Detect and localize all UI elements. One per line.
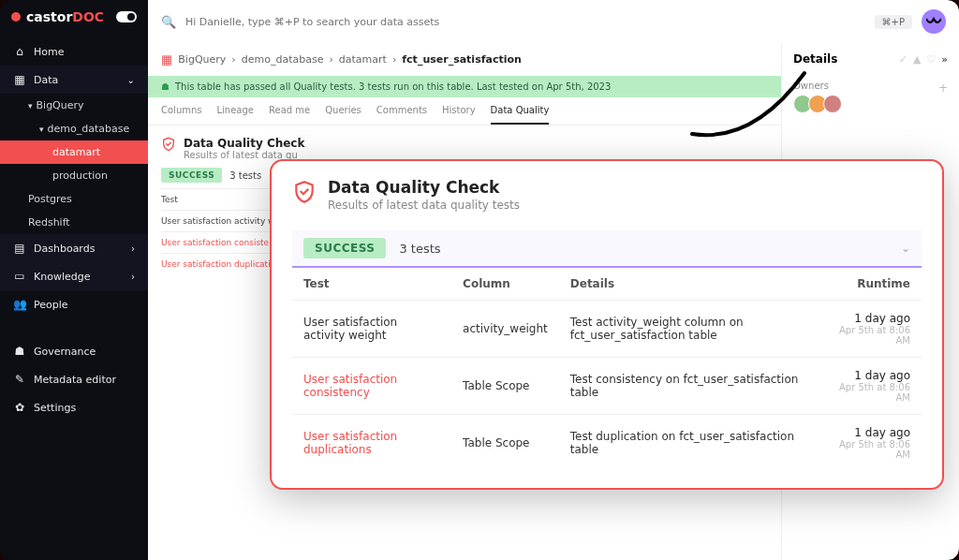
expand-icon[interactable]: » [941, 53, 948, 66]
shield-icon: ☗ [13, 345, 26, 358]
sidebar: castorDOC ⌂Home ▦Data⌄ ▾BigQuery ▾demo_d… [0, 0, 148, 560]
bc-current: fct_user_satisfaction [402, 53, 522, 66]
test-runtime: 1 day agoApr 5th at 8:06 AM [824, 301, 922, 358]
quality-banner: ☗ This table has passed all Quality test… [148, 76, 781, 97]
logo-dot [11, 12, 21, 22]
heart-icon[interactable]: ♡ [926, 53, 936, 66]
success-badge: SUCCESS [303, 238, 386, 258]
check-shield-icon: ☗ [161, 81, 170, 92]
logo-text: castorDOC [26, 9, 104, 24]
test-column: activity_weight [451, 301, 559, 358]
chevron-down-icon: ⌄ [127, 75, 135, 85]
add-owner-button[interactable]: + [938, 81, 948, 95]
overlay-status-bar[interactable]: SUCCESS 3 tests ⌄ [292, 230, 922, 268]
tree-bigquery[interactable]: ▾BigQuery [0, 94, 148, 117]
col-runtime: Runtime [824, 268, 922, 301]
chevron-down-icon: ⌄ [901, 242, 910, 255]
tree-postgres[interactable]: Postgres [0, 187, 148, 211]
grid-icon: ▦ [13, 73, 26, 86]
tab-queries[interactable]: Queries [325, 97, 361, 125]
tab-comments[interactable]: Comments [376, 97, 427, 125]
quality-table: Test Column Details Runtime User satisfa… [292, 268, 922, 471]
tab-columns[interactable]: Columns [161, 97, 202, 125]
test-name: User satisfaction activity weight [292, 301, 451, 358]
caret-icon: ▾ [28, 101, 33, 111]
tab-history[interactable]: History [442, 97, 476, 125]
tab-data-quality[interactable]: Data Quality [491, 97, 550, 125]
test-name: User satisfaction duplications [292, 415, 451, 472]
overlay-title: Data Quality Check [328, 178, 520, 197]
tree-datamart[interactable]: datamart [0, 140, 148, 164]
tab-readme[interactable]: Read me [269, 97, 310, 125]
overlay-subtitle: Results of latest data quality tests [328, 199, 520, 212]
test-details: Test activity_weight column on fct_user_… [559, 301, 824, 358]
nav-dashboards[interactable]: ▤Dashboards› [0, 234, 148, 262]
bc-item[interactable]: datamart [339, 53, 387, 66]
theme-toggle[interactable] [116, 11, 137, 22]
edit-icon: ✎ [13, 373, 26, 386]
shield-icon [161, 137, 176, 152]
caret-icon: ▾ [39, 125, 44, 134]
test-details: Test consistency on fct_user_satisfactio… [559, 358, 824, 415]
tree-production[interactable]: production [0, 164, 148, 187]
verified-icon[interactable]: ✓ [899, 53, 907, 66]
overlay-test-count: 3 tests [399, 242, 440, 256]
bc-item[interactable]: BigQuery [178, 53, 226, 66]
gear-icon: ✿ [13, 401, 26, 414]
test-count: 3 tests [229, 170, 261, 181]
owners-label: Owners [793, 81, 829, 91]
table-row[interactable]: User satisfaction consistencyTable Scope… [292, 358, 922, 415]
nav-people[interactable]: 👥People [0, 290, 148, 318]
table-icon: ▦ [161, 52, 172, 66]
nav-home[interactable]: ⌂Home [0, 37, 148, 66]
nav-settings[interactable]: ✿Settings [0, 393, 148, 421]
shield-icon [292, 180, 317, 204]
search-icon: 🔍 [161, 15, 176, 29]
tree-redshift[interactable]: Redshift [0, 211, 148, 234]
test-name: User satisfaction consistency [292, 358, 451, 415]
test-runtime: 1 day agoApr 5th at 8:06 AM [824, 358, 922, 415]
warning-icon[interactable]: ▲ [913, 53, 921, 66]
nav-data[interactable]: ▦Data⌄ [0, 66, 148, 94]
section-title: Data Quality Check [184, 137, 304, 150]
kbd-shortcut: ⌘+P [875, 15, 912, 29]
success-badge: SUCCESS [161, 168, 222, 183]
book-icon: ▭ [13, 270, 26, 283]
chevron-right-icon: › [131, 243, 135, 254]
topbar: 🔍 ⌘+P [148, 0, 959, 43]
test-details: Test duplication on fct_user_satisfactio… [559, 415, 824, 472]
breadcrumb: ▦ BigQuery › demo_database › datamart › … [148, 43, 781, 76]
user-avatar[interactable] [922, 9, 946, 34]
people-icon: 👥 [13, 298, 26, 311]
dashboard-icon: ▤ [13, 242, 26, 255]
nav-governance[interactable]: ☗Governance [0, 337, 148, 365]
home-icon: ⌂ [13, 45, 26, 58]
table-row[interactable]: User satisfaction activity weightactivit… [292, 301, 922, 358]
nav-knowledge[interactable]: ▭Knowledge› [0, 262, 148, 290]
quality-overlay: Data Quality Check Results of latest dat… [270, 159, 944, 490]
col-details: Details [559, 268, 824, 301]
col-test: Test [292, 268, 451, 301]
chevron-right-icon: › [131, 272, 135, 282]
test-runtime: 1 day agoApr 5th at 8:06 AM [824, 415, 922, 472]
tree-demo-database[interactable]: ▾demo_database [0, 117, 148, 140]
bc-item[interactable]: demo_database [242, 53, 324, 66]
tab-lineage[interactable]: Lineage [217, 97, 254, 125]
owner-avatar[interactable] [823, 95, 842, 113]
test-column: Table Scope [451, 415, 559, 472]
test-column: Table Scope [451, 358, 559, 415]
col-column: Column [451, 268, 559, 301]
table-row[interactable]: User satisfaction duplicationsTable Scop… [292, 415, 922, 472]
owners-avatars [793, 95, 948, 113]
tabs: Columns Lineage Read me Queries Comments… [148, 97, 781, 125]
logo: castorDOC [0, 0, 148, 34]
nav-metadata[interactable]: ✎Metadata editor [0, 365, 148, 393]
search-input[interactable] [185, 16, 865, 28]
details-title: Details [793, 52, 893, 66]
